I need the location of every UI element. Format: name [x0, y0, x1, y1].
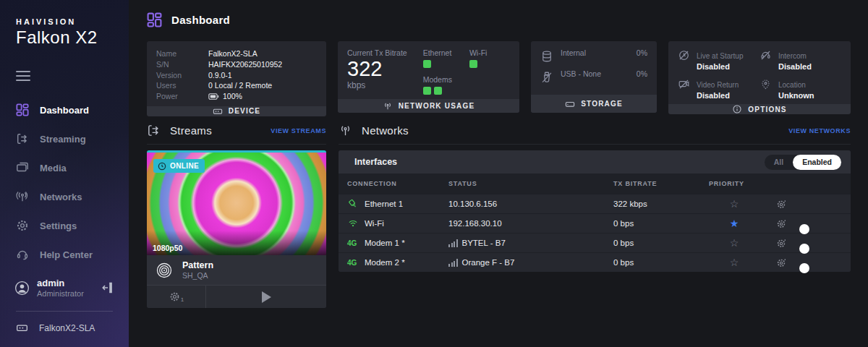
logout-icon[interactable]	[101, 281, 114, 294]
sidebar-item-media[interactable]: Media	[0, 153, 129, 182]
column-connection: CONNECTION	[339, 180, 448, 187]
page-header: Dashboard	[147, 12, 851, 27]
interfaces-table-header: CONNECTION STATUS TX BITRATE PRIORITY	[339, 174, 851, 194]
table-row-wifi: Wi-Fi 192.168.30.10 0 bps ★	[339, 213, 851, 233]
sidebar-item-streaming[interactable]: Streaming	[0, 124, 129, 153]
options-footer-label: OPTIONS	[748, 106, 786, 113]
view-streams-link[interactable]: VIEW STREAMS	[271, 127, 326, 134]
4g-icon: 4G	[347, 259, 359, 267]
intercom-disabled-icon	[760, 49, 772, 61]
device-card-footer[interactable]: DEVICE	[147, 106, 326, 116]
row-settings-gear-icon[interactable]	[760, 199, 803, 210]
pattern-icon	[155, 261, 174, 280]
option-label: Video Return	[697, 81, 739, 89]
sidebar-item-networks[interactable]: Networks	[0, 182, 129, 211]
priority-star-icon[interactable]: ☆	[709, 198, 760, 210]
table-row-modem1: 4G Modem 1 * BYTEL - B7 0 bps ☆	[339, 233, 851, 252]
stream-status-badge: ONLINE	[153, 159, 205, 173]
sidebar-nav: Dashboard Streaming Media Networks Setti…	[0, 95, 129, 269]
location-pin-icon	[760, 78, 772, 90]
connection-status: BYTEL - B7	[462, 239, 506, 247]
priority-star-icon[interactable]: ☆	[709, 237, 760, 249]
option-label: Location	[778, 81, 806, 89]
streams-section: Streams VIEW STREAMS ONLINE 1080p50	[147, 124, 326, 308]
device-field-label: Users	[156, 80, 208, 91]
streaming-icon	[16, 132, 29, 145]
play-icon	[262, 291, 271, 303]
networks-section: Networks VIEW NETWORKS Interfaces All En…	[339, 124, 851, 308]
option-label: Intercom	[778, 52, 807, 60]
connection-name: Wi-Fi	[365, 219, 384, 228]
user-account[interactable]: admin Administrator	[0, 272, 129, 304]
filter-enabled-option[interactable]: Enabled	[793, 155, 841, 170]
column-status: STATUS	[448, 180, 613, 187]
network-usage-footer-label: NETWORK USAGE	[399, 102, 475, 110]
gear-icon	[16, 219, 29, 232]
media-icon	[16, 161, 29, 174]
options-card-footer[interactable]: OPTIONS	[668, 104, 851, 114]
help-headset-icon	[16, 248, 29, 261]
device-version-value: 0.9.0-1	[208, 70, 232, 81]
stream-preview[interactable]: ONLINE 1080p50	[147, 150, 326, 255]
storage-card: Internal 0% USB - None 0%	[531, 41, 657, 113]
connection-status: Orange F - B7	[462, 258, 515, 267]
bitrate-label: Current Tx Bitrate	[347, 48, 407, 57]
avatar-icon	[14, 280, 30, 296]
stream-subtitle: SH_QA	[182, 271, 213, 280]
view-networks-link[interactable]: VIEW NETWORKS	[788, 127, 851, 134]
connection-name: Ethernet 1	[365, 200, 403, 208]
stream-name: Pattern	[182, 260, 213, 270]
stream-settings-count: 1	[181, 296, 184, 303]
sidebar-item-label: Streaming	[40, 134, 86, 145]
filter-all-option[interactable]: All	[765, 155, 793, 170]
sidebar-item-label: Media	[40, 163, 67, 174]
device-icon	[16, 322, 28, 334]
connection-name: Modem 1 *	[365, 239, 405, 247]
device-card: NameFalkonX2-SLA S/NHAIFKX20625010952 Ve…	[147, 41, 326, 113]
sidebar-item-dashboard[interactable]: Dashboard	[0, 95, 129, 124]
sidebar-item-label: Networks	[40, 192, 82, 202]
stream-play-button[interactable]	[206, 286, 326, 308]
user-role: Administrator	[37, 289, 84, 298]
column-tx-bitrate: TX BITRATE	[613, 180, 709, 187]
priority-star-icon[interactable]: ★	[709, 218, 760, 229]
row-settings-gear-icon[interactable]	[760, 238, 803, 249]
sidebar-item-settings[interactable]: Settings	[0, 211, 129, 240]
streams-title: Streams	[170, 124, 212, 137]
sidebar-item-label: Dashboard	[40, 105, 89, 116]
storage-item-label: USB - None	[561, 69, 601, 78]
connection-tx: 0 bps	[613, 239, 709, 247]
row-settings-gear-icon[interactable]	[760, 257, 803, 268]
device-field-label: Power	[156, 91, 208, 102]
modem1-status-indicator	[423, 87, 431, 95]
bitrate-value: 322	[347, 57, 407, 80]
device-field-label: Name	[156, 48, 208, 59]
battery-icon	[208, 93, 219, 100]
options-card: Live at Startup Disabled Intercom Disabl…	[668, 41, 851, 113]
user-name: admin	[37, 278, 84, 288]
connection-status: 192.168.30.10	[448, 219, 613, 228]
streams-icon	[147, 124, 161, 137]
storage-card-footer[interactable]: STORAGE	[531, 95, 657, 113]
row-settings-gear-icon[interactable]	[760, 218, 803, 229]
wifi-label: Wi-Fi	[469, 48, 488, 57]
dashboard-icon	[147, 12, 162, 27]
sidebar-item-help-center[interactable]: Help Center	[0, 240, 129, 269]
brand-logo: HAIVISION Falkon X2	[0, 17, 129, 48]
sidebar-device[interactable]: FalkonX2-SLA	[0, 316, 129, 347]
network-usage-card-footer[interactable]: NETWORK USAGE	[338, 99, 519, 113]
storage-item-label: Internal	[561, 48, 586, 57]
menu-collapse-icon[interactable]	[16, 71, 30, 84]
priority-star-icon[interactable]: ☆	[709, 257, 760, 268]
sidebar: HAIVISION Falkon X2 Dashboard Streaming …	[0, 0, 129, 347]
table-row-modem2: 4G Modem 2 * Orange F - B7 0 bps ☆	[339, 252, 851, 272]
stream-settings-button[interactable]: 1	[147, 286, 206, 308]
4g-icon: 4G	[347, 239, 359, 247]
ethernet-icon	[347, 198, 359, 210]
connection-status: 10.130.6.156	[448, 200, 613, 208]
device-icon	[213, 106, 223, 116]
sidebar-divider	[16, 311, 113, 312]
main-content: Dashboard NameFalkonX2-SLA S/NHAIFKX2062…	[129, 0, 868, 347]
ethernet-status-indicator	[423, 60, 431, 68]
modem2-status-indicator	[434, 87, 442, 95]
